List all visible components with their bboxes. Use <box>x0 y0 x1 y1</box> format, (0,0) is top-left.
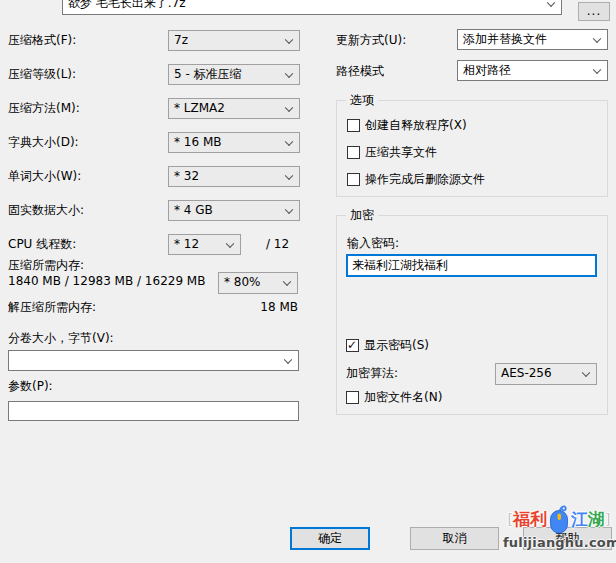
level-select[interactable]: 5 - 标准压缩 <box>168 64 300 85</box>
delete-after-checkbox[interactable] <box>347 173 360 186</box>
chevron-down-icon <box>593 34 601 42</box>
shared-files-label: 压缩共享文件 <box>365 144 437 161</box>
memory-compress-detail: 1840 MB / 12983 MB / 16229 MB <box>8 274 205 289</box>
watermark-text-left: 福利 <box>513 508 547 531</box>
options-group: 选项 创建自释放程序(X) 压缩共享文件 操作完成后删除源文件 <box>336 100 608 197</box>
parameters-label: 参数(P): <box>8 379 53 394</box>
update-mode-label: 更新方式(U): <box>336 33 406 48</box>
chevron-down-icon <box>285 69 293 77</box>
watermark-text-right2: 湖 <box>588 508 605 531</box>
parameters-input[interactable] <box>8 401 299 421</box>
path-mode-label: 路径模式 <box>336 64 384 79</box>
show-password-checkbox-row[interactable]: 显示密码(S) <box>346 338 429 353</box>
encryption-method-label: 加密算法: <box>346 366 398 381</box>
chevron-down-icon <box>283 278 291 286</box>
ok-button[interactable]: 确定 <box>290 527 370 550</box>
shared-files-checkbox[interactable] <box>347 146 360 159</box>
chevron-down-icon <box>284 355 292 363</box>
encryption-method-value: AES-256 <box>501 366 552 380</box>
dictionary-select[interactable]: * 16 MB <box>168 132 300 153</box>
watermark-domain: fulijianghu.com <box>503 535 615 550</box>
update-mode-select[interactable]: 添加并替换文件 <box>457 29 608 50</box>
memory-usage-value: * 80% <box>224 275 261 289</box>
volume-size-label: 分卷大小，字节(V): <box>8 331 114 346</box>
format-label: 压缩格式(F): <box>8 33 76 48</box>
path-mode-select[interactable]: 相对路径 <box>457 60 608 81</box>
chevron-down-icon[interactable] <box>547 0 555 7</box>
format-select[interactable]: 7z <box>168 30 300 51</box>
method-label: 压缩方法(M): <box>8 101 80 116</box>
chevron-down-icon <box>285 205 293 213</box>
cpu-threads-label: CPU 线程数: <box>8 237 76 252</box>
level-value: 5 - 标准压缩 <box>174 67 242 81</box>
encryption-method-select[interactable]: AES-256 <box>495 363 597 385</box>
update-mode-value: 添加并替换文件 <box>463 32 547 46</box>
method-value: * LZMA2 <box>174 101 225 115</box>
options-group-title: 选项 <box>346 93 378 108</box>
delete-after-label: 操作完成后删除源文件 <box>365 171 485 188</box>
memory-compress-label: 压缩所需内存: <box>8 258 84 273</box>
watermark-right-bracket-icon: ] <box>605 511 610 527</box>
watermark-title-row: [福利 江湖] <box>503 503 615 535</box>
dictionary-value: * 16 MB <box>174 135 221 149</box>
chevron-down-icon <box>285 171 293 179</box>
memory-usage-select[interactable]: * 80% <box>218 272 298 294</box>
create-sfx-label: 创建自释放程序(X) <box>365 117 467 134</box>
delete-after-checkbox-row[interactable]: 操作完成后删除源文件 <box>347 172 485 187</box>
volume-size-combobox[interactable] <box>8 350 299 371</box>
shared-files-checkbox-row[interactable]: 压缩共享文件 <box>347 145 437 160</box>
encrypt-filenames-checkbox-row[interactable]: 加密文件名(N) <box>346 390 442 405</box>
cpu-threads-value: * 12 <box>174 237 199 251</box>
password-input[interactable] <box>346 254 597 277</box>
password-label: 输入密码: <box>347 236 399 251</box>
memory-decompress-value: 18 MB <box>230 300 298 315</box>
encrypt-filenames-label: 加密文件名(N) <box>364 389 442 406</box>
solid-size-select[interactable]: * 4 GB <box>168 200 300 221</box>
encrypt-filenames-checkbox[interactable] <box>346 391 359 404</box>
chevron-down-icon <box>582 369 590 377</box>
encryption-group: 加密 输入密码: <box>336 215 608 415</box>
solid-size-value: * 4 GB <box>174 203 213 217</box>
chevron-down-icon <box>285 103 293 111</box>
chevron-down-icon <box>226 239 234 247</box>
show-password-checkbox[interactable] <box>346 339 359 352</box>
word-size-value: * 32 <box>174 169 199 183</box>
level-label: 压缩等级(L): <box>8 67 76 82</box>
create-sfx-checkbox-row[interactable]: 创建自释放程序(X) <box>347 118 467 133</box>
chevron-down-icon <box>285 35 293 43</box>
word-size-label: 单词大小(W): <box>8 169 81 184</box>
cpu-threads-total: / 12 <box>266 237 289 252</box>
show-password-label: 显示密码(S) <box>364 337 429 354</box>
archive-name-combobox[interactable]: 欲梦 毛毛长出来了.7z <box>62 0 562 15</box>
word-size-select[interactable]: * 32 <box>168 166 300 187</box>
memory-decompress-label: 解压缩所需内存: <box>8 300 96 315</box>
dictionary-label: 字典大小(D): <box>8 135 79 150</box>
path-mode-value: 相对路径 <box>463 63 511 77</box>
cancel-button[interactable]: 取消 <box>410 527 499 550</box>
archive-dialog: 欲梦 毛毛长出来了.7z ... 压缩格式(F): 7z 压缩等级(L): 5 … <box>0 0 616 563</box>
mouse-icon <box>548 504 570 534</box>
method-select[interactable]: * LZMA2 <box>168 98 300 119</box>
browse-button[interactable]: ... <box>578 2 610 21</box>
watermark-logo: [福利 江湖] fulijianghu.com <box>503 503 615 559</box>
cpu-threads-select[interactable]: * 12 <box>168 234 241 255</box>
chevron-down-icon <box>593 65 601 73</box>
watermark-text-right1: 江 <box>571 508 588 531</box>
solid-size-label: 固实数据大小: <box>8 203 84 218</box>
encryption-group-title: 加密 <box>346 208 378 223</box>
archive-name-value: 欲梦 毛毛长出来了.7z <box>68 0 186 10</box>
format-value: 7z <box>174 33 188 47</box>
chevron-down-icon <box>285 137 293 145</box>
create-sfx-checkbox[interactable] <box>347 119 360 132</box>
